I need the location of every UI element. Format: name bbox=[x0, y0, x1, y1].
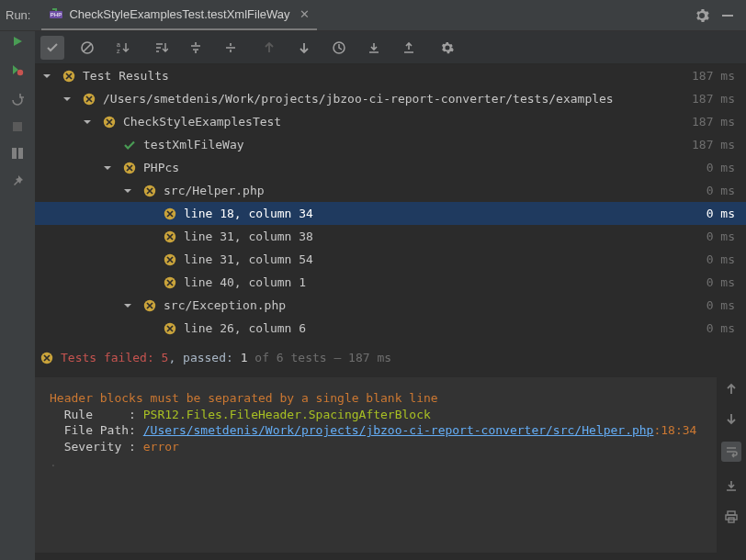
scroll-down-icon[interactable] bbox=[725, 412, 738, 425]
tree-node-label: PHPcs bbox=[143, 161, 706, 174]
tree-node-timing: 0 ms bbox=[706, 230, 735, 243]
run-label: Run: bbox=[6, 8, 30, 22]
run-tab[interactable]: PHP CheckStyleExamplesTest.testXmlFileWa… bbox=[41, 1, 316, 30]
svg-rect-2 bbox=[722, 15, 733, 17]
tree-node-timing: 187 ms bbox=[692, 69, 735, 83]
tree-node[interactable]: testXmlFileWay187 ms bbox=[35, 133, 746, 156]
fail-icon bbox=[162, 207, 178, 220]
soft-wrap-icon[interactable] bbox=[721, 442, 741, 462]
scroll-up-icon[interactable] bbox=[725, 383, 738, 396]
console-output: Header blocks must be separated by a sin… bbox=[35, 377, 717, 553]
rerun-failed-icon[interactable] bbox=[10, 62, 25, 77]
chevron-down-icon[interactable] bbox=[42, 72, 61, 81]
tree-node-timing: 0 ms bbox=[706, 298, 735, 312]
pin-icon[interactable] bbox=[11, 174, 24, 187]
console-path-key: File Path bbox=[50, 423, 129, 437]
fail-icon bbox=[81, 93, 97, 106]
tree-node-label: line 31, column 38 bbox=[184, 230, 706, 243]
fail-icon bbox=[162, 276, 178, 289]
tree-node-label: testXmlFileWay bbox=[143, 138, 692, 151]
print-icon[interactable] bbox=[724, 510, 739, 524]
fail-icon bbox=[162, 253, 178, 266]
tree-node-timing: 0 ms bbox=[706, 275, 735, 289]
import-results-icon[interactable] bbox=[362, 36, 386, 60]
tree-node[interactable]: CheckStyleExamplesTest187 ms bbox=[35, 110, 746, 133]
close-icon[interactable]: ✕ bbox=[300, 7, 310, 21]
fail-icon bbox=[121, 162, 138, 174]
tree-node[interactable]: src/Exception.php0 ms bbox=[35, 294, 746, 317]
php-file-icon: PHP bbox=[49, 7, 63, 22]
tree-node-label: CheckStyleExamplesTest bbox=[123, 115, 692, 129]
tree-node[interactable]: line 31, column 540 ms bbox=[35, 248, 746, 271]
tree-node-timing: 0 ms bbox=[706, 321, 735, 335]
chevron-down-icon[interactable] bbox=[123, 301, 141, 310]
console-file-path[interactable]: /Users/smetdenis/Work/projects/jbzoo-ci-… bbox=[143, 423, 654, 437]
export-results-icon[interactable] bbox=[397, 36, 421, 60]
tree-node-timing: 0 ms bbox=[706, 252, 735, 266]
chevron-down-icon[interactable] bbox=[103, 163, 121, 173]
minimize-icon[interactable] bbox=[720, 8, 735, 23]
toggle-auto-test-icon[interactable] bbox=[10, 92, 25, 106]
tree-node[interactable]: line 18, column 340 ms bbox=[35, 202, 746, 225]
console-sev-value: error bbox=[143, 440, 179, 454]
tree-node-timing: 187 ms bbox=[692, 92, 735, 106]
sort-duration-icon[interactable] bbox=[149, 36, 173, 60]
tree-node-timing: 187 ms bbox=[692, 115, 735, 129]
fail-icon bbox=[162, 230, 178, 243]
gear-icon[interactable] bbox=[695, 8, 709, 23]
tree-node-label: line 40, column 1 bbox=[184, 275, 706, 289]
tree-node-label: /Users/smetdenis/Work/projects/jbzoo-ci-… bbox=[103, 92, 692, 106]
collapse-all-icon[interactable] bbox=[219, 36, 243, 60]
next-fail-icon[interactable] bbox=[292, 36, 316, 60]
tree-node[interactable]: line 31, column 380 ms bbox=[35, 225, 746, 248]
fail-icon bbox=[162, 322, 178, 335]
console-rule-key: Rule bbox=[50, 408, 93, 421]
chevron-down-icon[interactable] bbox=[123, 186, 141, 196]
tree-node-label: line 31, column 54 bbox=[184, 252, 706, 266]
tree-node-timing: 0 ms bbox=[706, 184, 735, 197]
sort-alpha-icon[interactable]: az bbox=[110, 36, 134, 60]
chevron-down-icon[interactable] bbox=[83, 118, 101, 127]
fail-icon bbox=[141, 185, 158, 197]
prev-fail-icon[interactable] bbox=[257, 36, 281, 60]
tree-node-timing: 0 ms bbox=[706, 161, 735, 174]
summary-sep: , passed: bbox=[168, 351, 232, 364]
tab-title: CheckStyleExamplesTest.testXmlFileWay bbox=[69, 7, 289, 21]
summary-fail-icon bbox=[40, 352, 53, 364]
tree-node-label: line 26, column 6 bbox=[184, 321, 706, 335]
tree-node[interactable]: /Users/smetdenis/Work/projects/jbzoo-ci-… bbox=[35, 87, 746, 110]
summary-tail: of 6 tests – 187 ms bbox=[254, 351, 391, 364]
tree-node[interactable]: PHPcs0 ms bbox=[35, 156, 746, 179]
tree-node[interactable]: line 40, column 10 ms bbox=[35, 271, 746, 294]
tree-root[interactable]: Test Results187 ms bbox=[35, 64, 746, 87]
svg-rect-5 bbox=[12, 148, 17, 159]
console-message: Header blocks must be separated by a sin… bbox=[50, 391, 438, 405]
stop-icon[interactable] bbox=[12, 121, 23, 132]
history-icon[interactable] bbox=[327, 36, 351, 60]
console-sev-key: Severity bbox=[50, 440, 129, 454]
expand-all-icon[interactable] bbox=[184, 36, 208, 60]
fail-icon bbox=[101, 116, 118, 129]
fail-icon bbox=[61, 70, 77, 83]
summary-passed-count: 1 bbox=[241, 351, 248, 364]
tree-node-label: line 18, column 34 bbox=[184, 207, 706, 220]
show-passed-icon[interactable] bbox=[40, 36, 64, 60]
tree-node-timing: 187 ms bbox=[692, 138, 735, 151]
chevron-down-icon[interactable] bbox=[62, 95, 81, 104]
console-rule-value: PSR12.Files.FileHeader.SpacingAfterBlock bbox=[143, 408, 431, 421]
scroll-to-end-icon[interactable] bbox=[724, 478, 739, 493]
run-icon[interactable] bbox=[11, 35, 24, 48]
svg-rect-4 bbox=[13, 122, 22, 131]
settings-icon[interactable] bbox=[435, 36, 459, 60]
svg-text:a: a bbox=[117, 41, 120, 48]
tree-node[interactable]: line 26, column 60 ms bbox=[35, 317, 746, 340]
fail-icon bbox=[141, 299, 158, 312]
tree-node-label: Test Results bbox=[83, 69, 692, 83]
show-ignored-icon[interactable] bbox=[75, 36, 99, 60]
svg-text:PHP: PHP bbox=[51, 12, 62, 17]
tree-node[interactable]: src/Helper.php0 ms bbox=[35, 179, 746, 202]
layout-icon[interactable] bbox=[11, 147, 24, 160]
tree-node-label: src/Helper.php bbox=[164, 184, 706, 197]
svg-point-3 bbox=[17, 70, 23, 75]
pass-icon bbox=[121, 139, 138, 151]
